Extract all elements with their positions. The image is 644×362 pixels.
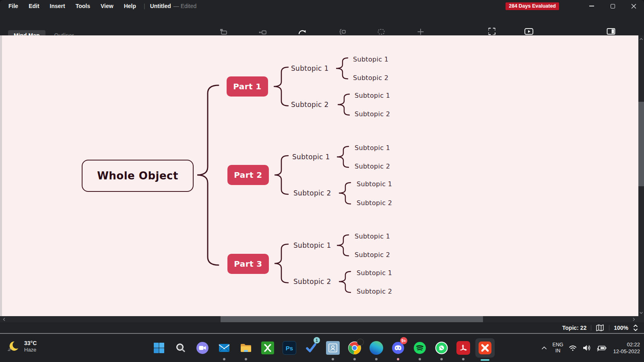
panel-sidebar-icon [606, 27, 616, 36]
video-chat-app-button[interactable] [192, 334, 213, 362]
status-divider [591, 325, 591, 331]
menu-tools[interactable]: Tools [70, 0, 95, 12]
running-indicator [419, 358, 421, 360]
moon-haze-icon [6, 339, 20, 353]
photoshop-button[interactable]: Ps [279, 334, 300, 362]
subtopic-node[interactable]: Subtopic 2 [291, 100, 329, 109]
todo-app-button[interactable]: 1 [300, 334, 322, 362]
weather-temperature: 33°C [24, 340, 37, 347]
topic-node-part-3[interactable]: Part 3 [227, 254, 269, 274]
whatsapp-button[interactable] [431, 334, 452, 362]
scroll-left-arrow[interactable] [1, 316, 7, 322]
people-app-button[interactable] [322, 334, 344, 362]
start-button[interactable] [148, 334, 170, 362]
xmind-button[interactable] [474, 334, 496, 362]
active-window-indicator [481, 359, 489, 361]
menu-insert[interactable]: Insert [45, 0, 70, 12]
weather-condition: Haze [24, 347, 37, 353]
title-bar: File Edit Insert Tools View Help | Untit… [0, 0, 644, 12]
file-explorer-button[interactable] [235, 334, 257, 362]
active-app-highlight [475, 338, 495, 358]
subtopic-child-node[interactable]: Subtopic 2 [355, 251, 390, 259]
subtopic-node[interactable]: Subtopic 1 [292, 152, 330, 161]
scroll-right-arrow[interactable] [630, 316, 637, 322]
subtopic-child-node[interactable]: Subtopic 1 [355, 232, 390, 241]
subtopic-child-node[interactable]: Subtopic 1 [355, 144, 390, 152]
maximize-icon [611, 4, 615, 8]
photoshop-icon: Ps [283, 341, 296, 355]
horizontal-scrollbar[interactable] [0, 316, 644, 322]
vertical-scrollbar[interactable] [638, 35, 644, 316]
subtopic-child-node[interactable]: Subtopic 1 [355, 91, 390, 100]
menu-view[interactable]: View [95, 0, 119, 12]
edge-button[interactable] [365, 334, 387, 362]
document-title: Untitled [146, 3, 173, 9]
zen-fullscreen-icon [487, 27, 497, 36]
weather-widget[interactable]: 33°C Haze [6, 339, 37, 353]
menu-bar: File Edit Insert Tools View Help | Untit… [0, 0, 196, 12]
volume-icon[interactable] [582, 344, 592, 352]
trial-days-badge[interactable]: 284 Days Evaluated [506, 2, 559, 10]
central-topic-node[interactable]: Whole Object [82, 160, 194, 192]
battery-charging-icon[interactable] [597, 344, 607, 352]
tray-date: 12-05-2022 [613, 348, 640, 355]
hidden-icons-chevron[interactable] [541, 346, 547, 350]
close-icon [631, 4, 636, 9]
minimize-button[interactable] [581, 0, 602, 12]
edge-icon [369, 341, 383, 355]
subtopic-node[interactable]: Subtopic 1 [293, 241, 331, 250]
subtopic-child-node[interactable]: Subtopic 2 [357, 287, 392, 296]
chrome-button[interactable] [344, 334, 365, 362]
clock-widget[interactable]: 02:22 12-05-2022 [612, 341, 640, 355]
topic-node-part-1[interactable]: Part 1 [227, 76, 268, 97]
main-toolbar: Mind Map Outliner Topic [0, 12, 644, 35]
chrome-profile-badge [357, 339, 364, 346]
subtopic-node[interactable]: Subtopic 2 [293, 189, 331, 197]
running-indicator [462, 358, 464, 360]
mindmap-canvas[interactable]: Whole Object Part 1 Part 2 Part 3 Subtop… [0, 35, 644, 316]
status-bar: Topic: 22 100% [0, 322, 644, 334]
running-indicator [375, 358, 378, 360]
running-indicator [397, 358, 399, 360]
subtopic-node[interactable]: Subtopic 1 [291, 64, 329, 73]
subtopic-child-node[interactable]: Subtopic 2 [353, 74, 388, 82]
discord-button[interactable]: 9+ [387, 334, 409, 362]
map-overview-icon[interactable] [596, 324, 605, 331]
menu-help[interactable]: Help [119, 0, 141, 12]
system-tray: ENG IN 02:22 12-05-2022 [541, 334, 640, 362]
subtopic-child-node[interactable]: Subtopic 2 [357, 199, 392, 207]
zoom-level: 100% [614, 325, 628, 331]
subtopic-child-node[interactable]: Subtopic 1 [357, 269, 392, 277]
zoom-stepper-icon[interactable] [633, 324, 638, 332]
running-indicator [245, 358, 247, 360]
xbox-app-button[interactable] [257, 334, 279, 362]
menu-file[interactable]: File [3, 0, 23, 12]
topic-node-part-2[interactable]: Part 2 [227, 165, 269, 185]
scroll-up-arrow[interactable] [638, 36, 644, 42]
running-indicator [440, 358, 443, 360]
subtopic-node[interactable]: Subtopic 2 [293, 277, 331, 286]
vertical-scroll-thumb[interactable] [638, 102, 644, 186]
spotify-button[interactable] [409, 334, 431, 362]
window-controls [581, 0, 644, 12]
maximize-button[interactable] [602, 0, 623, 12]
xmind-icon [478, 341, 492, 355]
mail-app-button[interactable] [213, 334, 235, 362]
horizontal-scroll-thumb[interactable] [221, 316, 483, 322]
close-button[interactable] [623, 0, 644, 12]
language-indicator[interactable]: ENG IN [552, 342, 563, 354]
running-indicator [353, 358, 356, 360]
subtopic-child-node[interactable]: Subtopic 2 [355, 162, 390, 171]
language-code: ENG [552, 342, 563, 348]
search-button[interactable] [170, 334, 192, 362]
acrobat-button[interactable] [452, 334, 474, 362]
subtopic-child-node[interactable]: Subtopic 1 [353, 55, 388, 64]
subtopic-child-node[interactable]: Subtopic 1 [357, 180, 392, 188]
scroll-down-arrow[interactable] [638, 310, 644, 315]
subtopic-child-node[interactable]: Subtopic 2 [355, 110, 390, 118]
topic-count: Topic: 22 [562, 325, 586, 331]
tray-time: 02:22 [613, 341, 640, 348]
wifi-icon[interactable] [568, 344, 577, 352]
menu-edit[interactable]: Edit [23, 0, 44, 12]
status-divider [609, 325, 609, 331]
